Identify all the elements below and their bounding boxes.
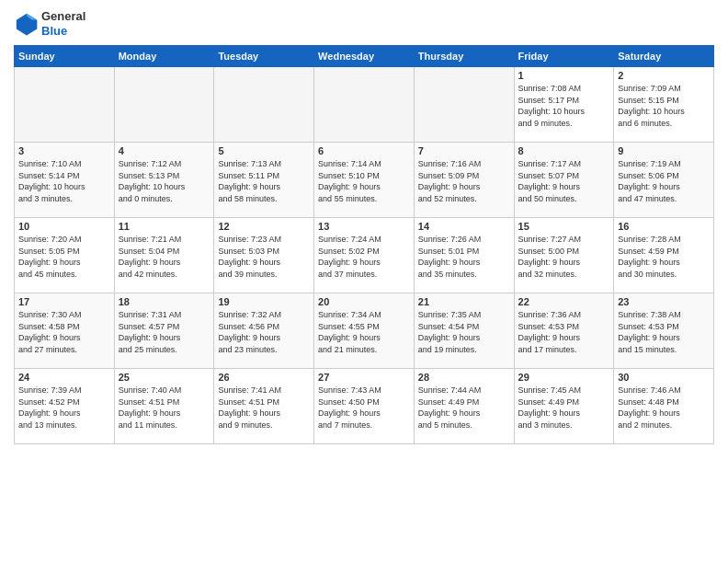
day-number: 26: [218, 372, 310, 383]
calendar-day-cell: 20Sunrise: 7:34 AM Sunset: 4:55 PM Dayli…: [314, 293, 415, 369]
day-number: 9: [618, 145, 710, 156]
day-info: Sunrise: 7:19 AM Sunset: 5:06 PM Dayligh…: [618, 158, 710, 204]
calendar-day-cell: 10Sunrise: 7:20 AM Sunset: 5:05 PM Dayli…: [15, 218, 115, 293]
day-number: 15: [518, 221, 610, 232]
calendar-table: SundayMondayTuesdayWednesdayThursdayFrid…: [14, 45, 714, 444]
calendar-day-cell: 16Sunrise: 7:28 AM Sunset: 4:59 PM Dayli…: [614, 218, 714, 293]
calendar-day-cell: 27Sunrise: 7:43 AM Sunset: 4:50 PM Dayli…: [314, 369, 415, 444]
day-info: Sunrise: 7:17 AM Sunset: 5:07 PM Dayligh…: [518, 158, 610, 204]
calendar-week-row: 17Sunrise: 7:30 AM Sunset: 4:58 PM Dayli…: [15, 293, 714, 369]
day-number: 30: [618, 372, 710, 383]
day-number: 28: [418, 372, 510, 383]
weekday-header-cell: Friday: [514, 46, 614, 67]
day-number: 18: [119, 296, 210, 307]
day-number: 3: [18, 145, 110, 156]
weekday-header-cell: Tuesday: [214, 46, 314, 67]
day-info: Sunrise: 7:34 AM Sunset: 4:55 PM Dayligh…: [318, 309, 410, 355]
day-info: Sunrise: 7:30 AM Sunset: 4:58 PM Dayligh…: [18, 309, 110, 355]
calendar-day-cell: 2Sunrise: 7:09 AM Sunset: 5:15 PM Daylig…: [614, 67, 714, 143]
day-info: Sunrise: 7:32 AM Sunset: 4:56 PM Dayligh…: [218, 309, 310, 355]
calendar-day-cell: 26Sunrise: 7:41 AM Sunset: 4:51 PM Dayli…: [214, 369, 314, 444]
day-info: Sunrise: 7:35 AM Sunset: 4:54 PM Dayligh…: [418, 309, 510, 355]
day-info: Sunrise: 7:21 AM Sunset: 5:04 PM Dayligh…: [119, 234, 210, 280]
day-info: Sunrise: 7:27 AM Sunset: 5:00 PM Dayligh…: [518, 234, 610, 280]
calendar-day-cell: 18Sunrise: 7:31 AM Sunset: 4:57 PM Dayli…: [114, 293, 214, 369]
day-number: 14: [418, 221, 510, 232]
calendar-day-cell: 24Sunrise: 7:39 AM Sunset: 4:52 PM Dayli…: [15, 369, 115, 444]
page: General Blue SundayMondayTuesdayWednesda…: [0, 0, 728, 563]
calendar-day-cell: 25Sunrise: 7:40 AM Sunset: 4:51 PM Dayli…: [114, 369, 214, 444]
calendar-day-cell: [15, 67, 115, 143]
day-info: Sunrise: 7:12 AM Sunset: 5:13 PM Dayligh…: [119, 158, 210, 204]
logo-icon: [14, 11, 40, 37]
day-number: 5: [218, 145, 310, 156]
weekday-header-cell: Monday: [114, 46, 214, 67]
calendar-day-cell: 19Sunrise: 7:32 AM Sunset: 4:56 PM Dayli…: [214, 293, 314, 369]
day-info: Sunrise: 7:23 AM Sunset: 5:03 PM Dayligh…: [218, 234, 310, 280]
day-info: Sunrise: 7:14 AM Sunset: 5:10 PM Dayligh…: [318, 158, 410, 204]
day-info: Sunrise: 7:13 AM Sunset: 5:11 PM Dayligh…: [218, 158, 310, 204]
calendar-day-cell: 6Sunrise: 7:14 AM Sunset: 5:10 PM Daylig…: [314, 143, 415, 218]
day-info: Sunrise: 7:41 AM Sunset: 4:51 PM Dayligh…: [218, 385, 310, 431]
day-info: Sunrise: 7:36 AM Sunset: 4:53 PM Dayligh…: [518, 309, 610, 355]
calendar-day-cell: 9Sunrise: 7:19 AM Sunset: 5:06 PM Daylig…: [614, 143, 714, 218]
day-info: Sunrise: 7:09 AM Sunset: 5:15 PM Dayligh…: [618, 83, 710, 129]
calendar-week-row: 10Sunrise: 7:20 AM Sunset: 5:05 PM Dayli…: [15, 218, 714, 293]
day-info: Sunrise: 7:44 AM Sunset: 4:49 PM Dayligh…: [418, 385, 510, 431]
day-number: 27: [318, 372, 410, 383]
day-info: Sunrise: 7:46 AM Sunset: 4:48 PM Dayligh…: [618, 385, 710, 431]
day-info: Sunrise: 7:38 AM Sunset: 4:53 PM Dayligh…: [618, 309, 710, 355]
day-number: 7: [418, 145, 510, 156]
day-number: 25: [119, 372, 210, 383]
calendar-day-cell: 17Sunrise: 7:30 AM Sunset: 4:58 PM Dayli…: [15, 293, 115, 369]
day-number: 12: [218, 221, 310, 232]
day-number: 22: [518, 296, 610, 307]
day-number: 24: [18, 372, 110, 383]
day-number: 6: [318, 145, 410, 156]
day-info: Sunrise: 7:28 AM Sunset: 4:59 PM Dayligh…: [618, 234, 710, 280]
calendar-day-cell: 22Sunrise: 7:36 AM Sunset: 4:53 PM Dayli…: [514, 293, 614, 369]
calendar-day-cell: [414, 67, 514, 143]
calendar-day-cell: 8Sunrise: 7:17 AM Sunset: 5:07 PM Daylig…: [514, 143, 614, 218]
weekday-header-cell: Thursday: [414, 46, 514, 67]
day-number: 1: [518, 70, 610, 81]
day-number: 29: [518, 372, 610, 383]
day-number: 21: [418, 296, 510, 307]
day-info: Sunrise: 7:08 AM Sunset: 5:17 PM Dayligh…: [518, 83, 610, 129]
day-info: Sunrise: 7:24 AM Sunset: 5:02 PM Dayligh…: [318, 234, 410, 280]
weekday-header-cell: Sunday: [15, 46, 115, 67]
calendar-day-cell: 15Sunrise: 7:27 AM Sunset: 5:00 PM Dayli…: [514, 218, 614, 293]
calendar-day-cell: 29Sunrise: 7:45 AM Sunset: 4:49 PM Dayli…: [514, 369, 614, 444]
day-number: 8: [518, 145, 610, 156]
day-number: 19: [218, 296, 310, 307]
day-number: 16: [618, 221, 710, 232]
calendar-day-cell: 3Sunrise: 7:10 AM Sunset: 5:14 PM Daylig…: [15, 143, 115, 218]
day-number: 11: [119, 221, 210, 232]
day-info: Sunrise: 7:16 AM Sunset: 5:09 PM Dayligh…: [418, 158, 510, 204]
calendar-day-cell: 11Sunrise: 7:21 AM Sunset: 5:04 PM Dayli…: [114, 218, 214, 293]
day-number: 2: [618, 70, 710, 81]
logo-text: General Blue: [41, 9, 85, 38]
calendar-day-cell: 21Sunrise: 7:35 AM Sunset: 4:54 PM Dayli…: [414, 293, 514, 369]
calendar-day-cell: [314, 67, 415, 143]
svg-marker-2: [32, 19, 38, 29]
day-info: Sunrise: 7:40 AM Sunset: 4:51 PM Dayligh…: [119, 385, 210, 431]
day-info: Sunrise: 7:31 AM Sunset: 4:57 PM Dayligh…: [119, 309, 210, 355]
day-info: Sunrise: 7:26 AM Sunset: 5:01 PM Dayligh…: [418, 234, 510, 280]
day-info: Sunrise: 7:20 AM Sunset: 5:05 PM Dayligh…: [18, 234, 110, 280]
day-number: 23: [618, 296, 710, 307]
day-info: Sunrise: 7:43 AM Sunset: 4:50 PM Dayligh…: [318, 385, 410, 431]
calendar-day-cell: 28Sunrise: 7:44 AM Sunset: 4:49 PM Dayli…: [414, 369, 514, 444]
calendar-day-cell: 23Sunrise: 7:38 AM Sunset: 4:53 PM Dayli…: [614, 293, 714, 369]
day-number: 13: [318, 221, 410, 232]
calendar-day-cell: 13Sunrise: 7:24 AM Sunset: 5:02 PM Dayli…: [314, 218, 415, 293]
calendar-day-cell: [114, 67, 214, 143]
calendar-day-cell: 12Sunrise: 7:23 AM Sunset: 5:03 PM Dayli…: [214, 218, 314, 293]
calendar-body: 1Sunrise: 7:08 AM Sunset: 5:17 PM Daylig…: [15, 67, 714, 444]
weekday-header-cell: Saturday: [614, 46, 714, 67]
calendar-day-cell: [214, 67, 314, 143]
calendar-week-row: 3Sunrise: 7:10 AM Sunset: 5:14 PM Daylig…: [15, 143, 714, 218]
day-number: 4: [119, 145, 210, 156]
calendar-day-cell: 5Sunrise: 7:13 AM Sunset: 5:11 PM Daylig…: [214, 143, 314, 218]
day-number: 17: [18, 296, 110, 307]
